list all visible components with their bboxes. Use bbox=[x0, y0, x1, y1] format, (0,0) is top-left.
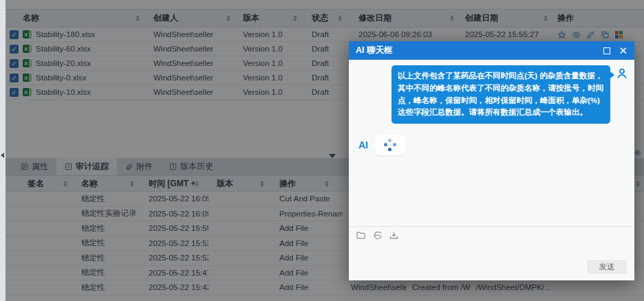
download-icon[interactable] bbox=[389, 230, 399, 241]
dialog-title-bar[interactable]: AI 聊天框 ✕ bbox=[349, 41, 634, 60]
chat-input-panel: 发送 bbox=[349, 226, 634, 280]
left-edge-strip bbox=[0, 0, 6, 301]
ai-chat-dialog: AI 聊天框 ✕ 以上文件包含了某药品在不同时间点(天) 的杂质含量数据，其中不… bbox=[349, 41, 634, 280]
user-avatar-icon bbox=[615, 67, 629, 80]
chat-input[interactable] bbox=[349, 241, 634, 260]
folder-icon[interactable] bbox=[356, 230, 366, 241]
user-message-row: 以上文件包含了某药品在不同时间点(天) 的杂质含量数据，其中不同的峰名称代表了不… bbox=[354, 65, 629, 124]
loading-spinner-icon bbox=[384, 139, 396, 151]
chat-toolbar bbox=[349, 227, 634, 241]
ai-label: AI bbox=[358, 140, 368, 150]
collapse-left-icon[interactable] bbox=[1, 153, 4, 158]
ai-loading-bubble bbox=[375, 135, 405, 155]
maximize-icon[interactable] bbox=[603, 47, 610, 54]
chat-history-icon[interactable] bbox=[372, 230, 383, 241]
send-button[interactable]: 发送 bbox=[588, 260, 626, 274]
close-icon[interactable]: ✕ bbox=[619, 45, 627, 56]
user-message-bubble: 以上文件包含了某药品在不同时间点(天) 的杂质含量数据，其中不同的峰名称代表了不… bbox=[391, 65, 610, 124]
ai-message-row: AI bbox=[354, 135, 629, 155]
app-window: 名称 创建人 版本 状态 修改日期 创建日期 bbox=[0, 0, 644, 301]
dialog-title: AI 聊天框 bbox=[356, 45, 392, 56]
chat-message-area: 以上文件包含了某药品在不同时间点(天) 的杂质含量数据，其中不同的峰名称代表了不… bbox=[349, 60, 634, 226]
